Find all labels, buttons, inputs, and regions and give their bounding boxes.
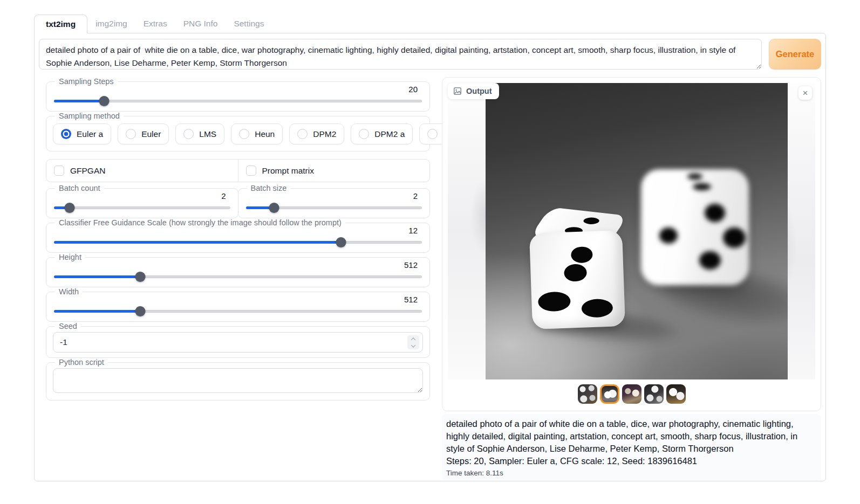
slider-thumb[interactable] bbox=[336, 237, 346, 247]
batch-count-group: Batch count 2 bbox=[46, 184, 238, 218]
cfg-scale-label: Classifier Free Guidance Scale (how stro… bbox=[55, 218, 345, 227]
sampling-steps-group: Sampling Steps 20 bbox=[46, 77, 430, 112]
toggles-row: GFPGAN Prompt matrix bbox=[46, 159, 430, 182]
width-value: 512 bbox=[53, 295, 418, 304]
sampler-option-label: Heun bbox=[255, 129, 275, 139]
sampler-option-label: DPM2 a bbox=[374, 129, 405, 139]
radio-icon bbox=[126, 129, 136, 139]
height-label: Height bbox=[55, 253, 85, 261]
sampler-option-label: Euler a bbox=[77, 129, 103, 139]
output-label-text: Output bbox=[466, 87, 492, 95]
sampler-option-label: LMS bbox=[199, 129, 216, 139]
close-button[interactable]: × bbox=[798, 86, 812, 100]
slider-fill bbox=[54, 310, 140, 313]
prompt-row: detailed photo of a pair of white die on… bbox=[39, 39, 821, 70]
pip bbox=[723, 227, 746, 248]
radio-icon bbox=[359, 129, 369, 139]
gallery-thumbnail-2[interactable] bbox=[600, 384, 619, 404]
seed-stepper[interactable] bbox=[407, 335, 419, 350]
tab-txt2img[interactable]: txt2img bbox=[34, 15, 87, 33]
caption-parameters: Steps: 20, Sampler: Euler a, CFG scale: … bbox=[446, 455, 815, 467]
gfpgan-label: GFPGAN bbox=[70, 166, 105, 176]
tab-bar: txt2img img2img Extras PNG Info Settings bbox=[34, 15, 826, 33]
width-label: Width bbox=[55, 287, 83, 296]
image-icon bbox=[453, 87, 462, 95]
cfg-scale-value: 12 bbox=[53, 226, 418, 235]
caption-prompt: detailed photo of a pair of white die on… bbox=[446, 418, 815, 455]
batch-count-label: Batch count bbox=[55, 184, 104, 192]
sampler-option-dpm2[interactable]: DPM2 bbox=[289, 123, 344, 144]
tab-extras[interactable]: Extras bbox=[135, 15, 175, 33]
sampler-option-dpm2-a[interactable]: DPM2 a bbox=[351, 123, 413, 144]
width-slider[interactable] bbox=[54, 306, 422, 316]
python-script-input[interactable] bbox=[53, 368, 423, 393]
seed-group: Seed bbox=[46, 322, 430, 358]
prompt-input[interactable]: detailed photo of a pair of white die on… bbox=[39, 39, 762, 70]
caption-panel: detailed photo of a pair of white die on… bbox=[442, 414, 821, 481]
radio-icon bbox=[183, 129, 194, 139]
sampler-option-heun[interactable]: Heun bbox=[231, 123, 283, 144]
radio-icon bbox=[427, 129, 438, 139]
output-column: Output × detailed photo of a pair of whi… bbox=[442, 77, 821, 481]
app-root: txt2img img2img Extras PNG Info Settings… bbox=[34, 15, 826, 481]
slider-thumb[interactable] bbox=[269, 203, 279, 213]
batch-size-group: Batch size 2 bbox=[238, 184, 431, 218]
sampler-option-lms[interactable]: LMS bbox=[175, 123, 224, 144]
pip bbox=[687, 174, 702, 179]
sampling-steps-value: 20 bbox=[53, 85, 418, 94]
height-slider[interactable] bbox=[54, 271, 422, 282]
pip bbox=[581, 299, 613, 318]
batch-size-label: Batch size bbox=[247, 184, 291, 192]
batch-size-value: 2 bbox=[245, 191, 418, 201]
batch-size-slider[interactable] bbox=[246, 202, 422, 213]
settings-column: Sampling Steps 20 Sampling method Euler … bbox=[46, 77, 430, 481]
slider-fill bbox=[54, 100, 104, 102]
gallery-thumbnail-5[interactable] bbox=[666, 384, 686, 404]
gallery-thumbnail-1[interactable] bbox=[578, 384, 597, 404]
pip bbox=[699, 251, 721, 270]
chevron-up-icon bbox=[411, 337, 415, 342]
pip bbox=[659, 227, 678, 244]
slider-fill bbox=[54, 275, 140, 278]
batch-count-value: 2 bbox=[53, 191, 226, 201]
slider-thumb[interactable] bbox=[135, 306, 146, 316]
radio-icon bbox=[297, 129, 308, 139]
tab-settings[interactable]: Settings bbox=[226, 15, 272, 33]
checkbox-icon bbox=[246, 165, 256, 176]
pip bbox=[582, 217, 601, 225]
gfpgan-checkbox[interactable]: GFPGAN bbox=[46, 160, 238, 182]
slider-thumb[interactable] bbox=[99, 96, 110, 106]
die-body bbox=[641, 169, 749, 285]
gallery-thumbnail-3[interactable] bbox=[622, 384, 641, 404]
batch-count-slider[interactable] bbox=[54, 202, 230, 213]
prompt-matrix-label: Prompt matrix bbox=[262, 166, 314, 176]
sampling-method-group: Sampling method Euler aEulerLMSHeunDPM2D… bbox=[46, 112, 430, 151]
radio-icon bbox=[239, 129, 249, 139]
generate-button[interactable]: Generate bbox=[769, 39, 821, 70]
height-group: Height 512 bbox=[46, 253, 430, 287]
tab-img2img[interactable]: img2img bbox=[87, 15, 135, 33]
width-group: Width 512 bbox=[46, 287, 430, 322]
generated-image[interactable] bbox=[486, 83, 788, 379]
tab-png-info[interactable]: PNG Info bbox=[175, 15, 226, 33]
prompt-matrix-checkbox[interactable]: Prompt matrix bbox=[238, 160, 430, 182]
sampler-option-euler-a[interactable]: Euler a bbox=[53, 123, 111, 144]
sampling-steps-label: Sampling Steps bbox=[55, 77, 118, 86]
gallery-thumbnail-4[interactable] bbox=[644, 384, 664, 404]
seed-input[interactable] bbox=[53, 332, 423, 353]
pip bbox=[705, 204, 725, 222]
pip bbox=[693, 183, 711, 190]
seed-label: Seed bbox=[55, 322, 81, 330]
thumbnail-strip bbox=[448, 383, 815, 405]
gallery-stage: Output × bbox=[448, 83, 815, 379]
sampling-steps-slider[interactable] bbox=[54, 95, 422, 106]
slider-thumb[interactable] bbox=[65, 203, 75, 213]
die-front bbox=[531, 211, 624, 330]
radio-icon bbox=[61, 129, 71, 139]
slider-thumb[interactable] bbox=[135, 272, 146, 282]
height-value: 512 bbox=[53, 260, 418, 270]
main-panel: detailed photo of a pair of white die on… bbox=[34, 33, 826, 481]
cfg-scale-slider[interactable] bbox=[54, 237, 422, 247]
sampler-option-euler[interactable]: Euler bbox=[118, 123, 169, 144]
output-gallery: Output × bbox=[442, 77, 821, 411]
